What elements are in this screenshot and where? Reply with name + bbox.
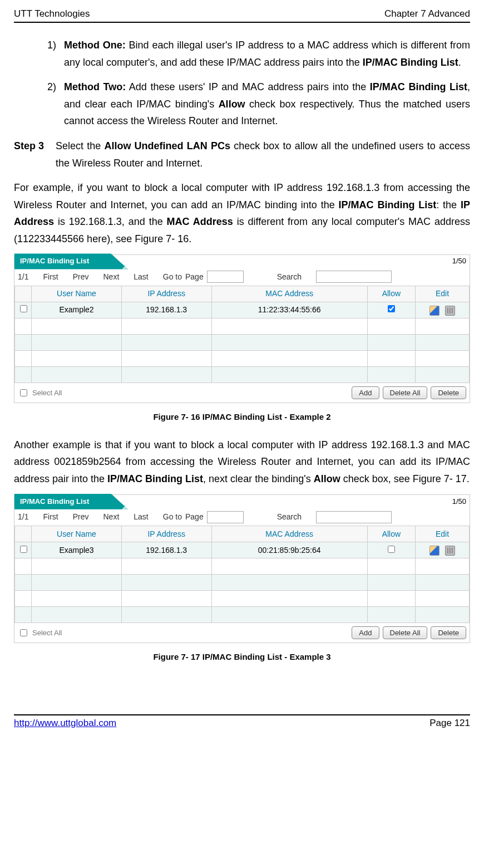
- bold-text: Allow: [314, 473, 340, 484]
- list-body: Method One: Bind each illegal user's IP …: [64, 37, 470, 71]
- table-row: [15, 591, 470, 607]
- add-button[interactable]: Add: [352, 386, 379, 399]
- bold-text: Allow Undefined LAN PCs: [104, 140, 230, 151]
- cell-username: Example3: [32, 542, 122, 558]
- select-all-label: Select All: [32, 387, 62, 399]
- table-footer: Select All Add Delete All Delete: [14, 623, 470, 643]
- bold-text: Allow: [219, 99, 245, 110]
- footer-link[interactable]: http://www.uttglobal.com: [14, 718, 116, 729]
- nav-prev[interactable]: Prev: [73, 511, 89, 524]
- col-checkbox: [15, 286, 32, 302]
- col-allow: Allow: [367, 526, 415, 542]
- select-all-checkbox[interactable]: [20, 629, 27, 636]
- col-mac: MAC Address: [211, 526, 367, 542]
- table-row: [15, 607, 470, 623]
- nav-next[interactable]: Next: [103, 271, 119, 284]
- row-checkbox[interactable]: [20, 546, 27, 553]
- text: , next clear the binding's: [203, 473, 314, 484]
- search-label: Search: [277, 271, 302, 284]
- binding-table: User Name IP Address MAC Address Allow E…: [14, 286, 470, 383]
- page-header: UTT Technologies Chapter 7 Advanced: [14, 8, 470, 23]
- header-right: Chapter 7 Advanced: [384, 8, 470, 19]
- list-body: Method Two: Add these users' IP and MAC …: [64, 79, 470, 130]
- allow-checkbox[interactable]: [388, 305, 395, 312]
- delete-all-button[interactable]: Delete All: [383, 626, 428, 639]
- col-username: User Name: [32, 286, 122, 302]
- page-input[interactable]: [207, 511, 244, 523]
- step-label: Step 3: [14, 138, 56, 171]
- nav-row: 1/1 First Prev Next Last Go to Page Sear…: [14, 268, 470, 286]
- search-input[interactable]: [316, 271, 392, 283]
- nav-first[interactable]: First: [43, 511, 58, 524]
- row-checkbox[interactable]: [20, 305, 27, 312]
- delete-button[interactable]: Delete: [431, 626, 466, 639]
- table-row: Example3 192.168.1.3 00:21:85:9b:25:64: [15, 542, 470, 558]
- nav-prev[interactable]: Prev: [73, 271, 89, 284]
- header-left: UTT Technologies: [14, 8, 90, 19]
- search-input[interactable]: [316, 511, 392, 523]
- col-checkbox: [15, 526, 32, 542]
- figure-caption: Figure 7- 16 IP/MAC Binding List - Examp…: [14, 410, 470, 424]
- figure-caption: Figure 7- 17 IP/MAC Binding List - Examp…: [14, 650, 470, 664]
- method-label: Method Two:: [64, 81, 126, 92]
- binding-table: User Name IP Address MAC Address Allow E…: [14, 526, 470, 623]
- delete-icon[interactable]: [445, 546, 455, 556]
- allow-checkbox[interactable]: [388, 546, 395, 553]
- list-number: 1): [47, 37, 64, 71]
- col-mac: MAC Address: [211, 286, 367, 302]
- tab-title: IP/MAC Binding List: [14, 253, 128, 269]
- edit-icon[interactable]: [429, 546, 439, 556]
- example-paragraph-2: Another example is that if you want to b…: [14, 437, 470, 488]
- text: : the: [436, 199, 461, 210]
- edit-icon[interactable]: [429, 306, 439, 316]
- binding-list-widget: IP/MAC Binding List 1/50 1/1 First Prev …: [14, 494, 470, 644]
- col-username: User Name: [32, 526, 122, 542]
- col-edit: Edit: [415, 286, 469, 302]
- table-footer: Select All Add Delete All Delete: [14, 383, 470, 403]
- page-position: 1/1: [18, 271, 28, 284]
- list-number: 2): [47, 79, 64, 130]
- table-row: [15, 558, 470, 575]
- page-footer: http://www.uttglobal.com Page 121: [14, 714, 470, 729]
- tab-title: IP/MAC Binding List: [14, 494, 128, 509]
- cell-username: Example2: [32, 302, 122, 318]
- delete-all-button[interactable]: Delete All: [383, 386, 428, 399]
- select-all-label: Select All: [32, 627, 62, 639]
- nav-next[interactable]: Next: [103, 511, 119, 524]
- col-edit: Edit: [415, 526, 469, 542]
- delete-button[interactable]: Delete: [431, 386, 466, 399]
- page-number: Page 121: [429, 718, 470, 729]
- bold-text: IP/MAC Binding List: [339, 199, 437, 210]
- table-row: [15, 318, 470, 335]
- table-row: [15, 351, 470, 367]
- table-row: [15, 367, 470, 383]
- step-body: Select the Allow Undefined LAN PCs check…: [56, 138, 470, 171]
- figure-7-16: IP/MAC Binding List 1/50 1/1 First Prev …: [14, 254, 470, 424]
- cell-ip: 192.168.1.3: [121, 302, 211, 318]
- nav-first[interactable]: First: [43, 271, 58, 284]
- table-row: [15, 335, 470, 351]
- bold-text: IP/MAC Binding List: [370, 81, 467, 92]
- page-label: Page: [185, 511, 204, 524]
- binding-list-widget: IP/MAC Binding List 1/50 1/1 First Prev …: [14, 254, 470, 404]
- nav-last[interactable]: Last: [134, 271, 148, 284]
- page-input[interactable]: [207, 271, 244, 283]
- nav-row: 1/1 First Prev Next Last Go to Page Sear…: [14, 508, 470, 526]
- bold-text: IP/MAC Binding List: [107, 473, 203, 484]
- page-position: 1/1: [18, 511, 28, 524]
- col-ip: IP Address: [121, 526, 211, 542]
- text: Select the: [56, 140, 104, 151]
- table-row: [15, 575, 470, 591]
- col-allow: Allow: [367, 286, 415, 302]
- cell-mac: 11:22:33:44:55:66: [211, 302, 367, 318]
- bold-text: MAC Address: [167, 216, 233, 227]
- select-all-checkbox[interactable]: [20, 389, 27, 396]
- text: is 192.168.1.3, and the: [54, 216, 167, 227]
- delete-icon[interactable]: [445, 306, 455, 316]
- text: check box, see Figure 7- 17.: [340, 473, 470, 484]
- goto-label: Go to: [163, 271, 182, 284]
- cell-mac: 00:21:85:9b:25:64: [211, 542, 367, 558]
- example-paragraph-1: For example, if you want to block a loca…: [14, 179, 470, 247]
- add-button[interactable]: Add: [352, 626, 379, 639]
- nav-last[interactable]: Last: [134, 511, 148, 524]
